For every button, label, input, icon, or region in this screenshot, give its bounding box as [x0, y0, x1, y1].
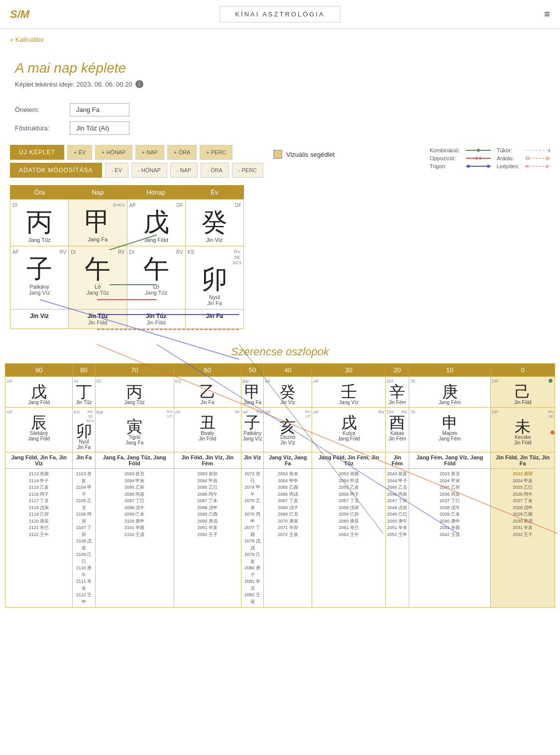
branch-ev: KSRVSEACs 卯 Nyúl Jin Fa: [185, 246, 243, 310]
fostruktura-label: Főstruktúra:: [15, 124, 65, 132]
f-stem-10: 7K 庚 Jang Fém: [409, 377, 490, 408]
visual-aid-label: Vizuális segédlet: [286, 151, 335, 158]
breadcrumb: « Kalkulátor: [0, 29, 560, 50]
fortune-section: 90 80 70 60 50 40 30 20 10 0 AP 戊 Jang F…: [0, 363, 560, 608]
minus-honap-button[interactable]: - HÓNAP: [131, 163, 167, 178]
back-link[interactable]: « Kalkulátor: [10, 36, 44, 43]
summary-ev: Jin Fa: [185, 310, 243, 329]
minus-ev-button[interactable]: - ÉV: [105, 163, 128, 178]
onelem-label: Önelem:: [15, 106, 65, 113]
f-years-30: 2053 癸酉2054 甲戌2055 乙亥2056 丙子2057 丁丑2058 …: [312, 469, 386, 608]
f-branch-70: BarRVUT 寅 Tigris Jang Fa: [95, 408, 174, 452]
plus-perc-button[interactable]: + PERC: [200, 145, 232, 160]
fortune-heading: Szerencse oszlopok: [0, 335, 560, 363]
stem-honap: APDF 戊 Jang Föld: [127, 200, 185, 246]
fortune-years-row: 2113 癸酉2114 甲子2115 乙亥2116 丙子2117 丁丑2118 …: [5, 469, 555, 608]
f-sum-10: Jang Fém, Jang Víz, Jang Föld: [409, 452, 490, 469]
minus-nap-button[interactable]: - NAP: [170, 163, 198, 178]
menu-button[interactable]: ≡: [544, 8, 550, 20]
plus-honap-button[interactable]: + HÓNAP: [95, 145, 132, 160]
svg-marker-6: [478, 157, 481, 160]
f-branch-20: DHRV 酉 Kakas Jin Fém: [386, 408, 409, 452]
minus-perc-button[interactable]: - PERC: [232, 163, 263, 178]
plus-ev-button[interactable]: + ÉV: [67, 145, 92, 160]
f-sum-60: Jin Föld, Jin Víz, Jin Fém: [174, 452, 241, 469]
plus-nap-button[interactable]: + NAP: [135, 145, 164, 160]
fortune-summary-row: Jang Föld, Jin Fa, Jin Víz Jin Fa Jang F…: [5, 452, 555, 469]
f-years-0: 2023 癸卯2024 甲辰2025 乙巳2026 丙午2027 丁未2028 …: [491, 469, 555, 608]
svg-point-12: [487, 165, 490, 168]
onelem-value: Jang Fa: [70, 103, 129, 116]
f-branch-90: AP 辰 Sárkány Jang Föld: [5, 408, 73, 452]
f-sum-90: Jang Föld, Jin Fa, Jin Víz: [5, 452, 73, 469]
fortune-col-90: 90: [5, 364, 73, 377]
summary-nap: Jin Tűz Jin Föld: [69, 310, 127, 329]
minus-ora-button[interactable]: - ÓRA: [201, 163, 229, 178]
info-icon[interactable]: i: [135, 80, 143, 88]
f-stem-50: Bar 甲 Jang Fa: [241, 377, 264, 408]
fortune-branch-row: AP 辰 Sárkány Jang Föld KSRVSEACs 卯 Nyúl …: [5, 408, 555, 452]
fortune-col-30: 30: [312, 364, 386, 377]
svg-text:✱: ✱: [548, 148, 550, 153]
fostruktura-row: Főstruktúra: Jin Tűz (AI): [15, 121, 545, 135]
svg-point-11: [467, 165, 470, 168]
f-sum-80: Jin Fa: [73, 452, 95, 469]
f-sum-0: Jin Föld, Jin Tűz, Jin Fa: [491, 452, 555, 469]
f-years-10: 2033 癸丑2034 甲寅2035 乙卯2036 丙辰2037 丁巳2038 …: [409, 469, 490, 608]
uj-keplet-button[interactable]: ÚJ KÉPLET: [10, 145, 64, 160]
f-branch-10: 7K 申 Majom Jang Fém: [409, 408, 490, 452]
info-fields: Önelem: Jang Fa Főstruktúra: Jin Tűz (AI…: [0, 93, 560, 145]
main-chart-section: Óra Nap Hónap Év DI 丙 Jang Tűz EHCs: [0, 185, 560, 330]
summary-honap: Jin Tűz Jin Föld: [127, 310, 185, 329]
stem-ora: DI 丙 Jang Tűz: [10, 200, 69, 246]
fortune-table: 90 80 70 60 50 40 30 20 10 0 AP 戊 Jang F…: [5, 363, 555, 608]
page-title: A mai nap képlete: [15, 60, 545, 76]
adatok-button[interactable]: ADATOK MÓDOSÍTÁSA: [10, 163, 102, 178]
branch-ora: AFRV 子 Patkány Jang Víz: [10, 246, 69, 310]
toolbar-section: ÚJ KÉPLET + ÉV + HÓNAP + NAP + ÓRA + PER…: [10, 145, 263, 178]
branch-honap: DIRV 午 Ló Jang Tűz: [127, 246, 185, 310]
lepites-label: Leépítés:: [497, 163, 519, 169]
onelem-row: Önelem: Jang Fa: [15, 103, 545, 116]
trigon-line: [466, 163, 491, 169]
f-years-20: 2043 癸亥2044 甲子2045 乙丑2046 丙寅2047 丁卯2048 …: [386, 469, 409, 608]
fostruktura-value: Jin Tűz (AI): [70, 121, 129, 135]
f-years-90: 2113 癸酉2114 甲子2115 乙亥2116 丙子2117 丁丑2118 …: [5, 469, 73, 608]
f-stem-80: AI 丁 Jin Tűz: [73, 377, 95, 408]
f-years-50: 2073 癸巳2074 甲午2075 乙未2076 丙申2077 丁酉2078 …: [241, 469, 264, 608]
plus-ora-button[interactable]: + ÓRA: [167, 145, 197, 160]
stem-nap: EHCs 甲 Jang Fa: [69, 200, 127, 246]
tukor-line: ✱: [525, 147, 550, 153]
f-branch-40: DFRVUT 亥 Disznó Jin Víz: [264, 408, 312, 452]
f-branch-60: AFSE 丑 Bivaly Jin Föld: [174, 408, 241, 452]
svg-text:✕: ✕: [545, 164, 549, 169]
col-honap: Hónap: [127, 186, 185, 200]
f-years-80: 2103 癸亥2104 甲子2105 乙丑2106 丙寅2107 丁卯2108 …: [73, 469, 95, 608]
oppozicio-line: [466, 155, 491, 161]
svg-point-1: [477, 149, 480, 152]
fortune-col-70: 70: [95, 364, 174, 377]
visual-aid-checkbox[interactable]: [273, 150, 282, 159]
summary-ora: Jin Víz: [10, 310, 69, 329]
fortune-col-40: 40: [264, 364, 312, 377]
fortune-col-0: 0: [491, 364, 555, 377]
f-branch-30: AFRV 戌 Kutya Jang Föld: [312, 408, 386, 452]
f-sum-70: Jang Fa, Jang Tűz, Jang Föld: [95, 452, 174, 469]
f-sum-40: Jang Víz, Jang Fa: [264, 452, 312, 469]
trigon-label: Trigon:: [430, 163, 460, 169]
f-stem-90: AP 戊 Jang Föld: [5, 377, 73, 408]
f-stem-70: DI 丙 Jang Tűz: [95, 377, 174, 408]
col-ora: Óra: [10, 186, 69, 200]
branch-nap: DIRV 午 Ló Jang Tűz: [69, 246, 127, 310]
tukor-label: Tükör:: [497, 147, 519, 153]
kombinacio-label: Kombináció:: [430, 147, 460, 153]
fortune-col-50: 50: [241, 364, 264, 377]
f-years-40: 2063 癸未2064 甲申2065 乙酉2066 丙戌2067 丁亥2068 …: [264, 469, 312, 608]
f-sum-30: Jang Föld, Jin Fém, Jin Tűz: [312, 452, 386, 469]
site-logo[interactable]: S/M: [10, 8, 29, 21]
fortune-col-10: 10: [409, 364, 490, 377]
fortune-stem-row: AP 戊 Jang Föld AI 丁 Jin Tűz DI 丙 Jang Tű…: [5, 377, 555, 408]
fortune-col-60: 60: [174, 364, 241, 377]
f-years-70: 2093 癸丑2094 甲寅2095 乙卯2096 丙辰2097 丁巳2098 …: [95, 469, 174, 608]
main-chart-table: Óra Nap Hónap Év DI 丙 Jang Tűz EHCs: [10, 185, 244, 329]
